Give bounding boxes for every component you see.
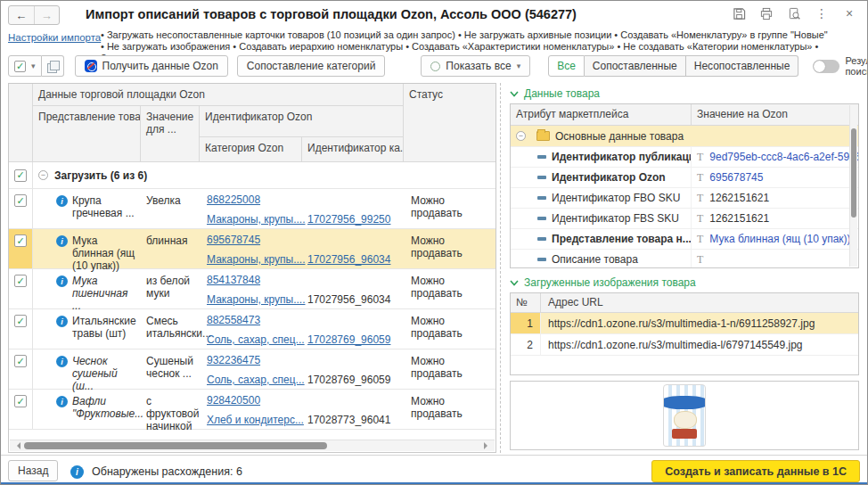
attribute-row[interactable]: Идентификатор публикации T9ed795eb-ccc8-…: [511, 147, 858, 168]
collapse-icon[interactable]: −: [38, 170, 48, 180]
category-link[interactable]: Макароны, крупы....: [207, 253, 307, 266]
attribute-row[interactable]: Представление товара н... TМука блинная …: [511, 229, 858, 250]
marketplace-data-header: Данные торговой площадки Ozon: [33, 84, 404, 106]
attribute-group-row[interactable]: − Основные данные товара: [511, 126, 858, 147]
print-icon[interactable]: [759, 6, 774, 21]
category-id-link[interactable]: 17027956_96034: [307, 253, 390, 266]
info-icon[interactable]: i: [56, 195, 68, 207]
product-id-link[interactable]: 854137848: [207, 274, 260, 286]
product-id-link[interactable]: 882558473: [207, 314, 260, 326]
attribute-value: 1262151621: [709, 212, 769, 225]
category-link[interactable]: Соль, сахар, спец...: [207, 333, 307, 346]
category-link[interactable]: Хлеб и кондитерс...: [207, 414, 307, 426]
set-flags-button[interactable]: ✓ ▾: [8, 55, 42, 77]
back-button[interactable]: Назад: [8, 460, 58, 481]
vertical-scrollbar[interactable]: [849, 105, 857, 267]
save-icon[interactable]: [732, 6, 746, 21]
attribute-row[interactable]: Идентификатор Ozon T695678745: [511, 168, 858, 188]
category-id-column-header: Идентификатор ка...: [302, 137, 404, 162]
category-mapping-button[interactable]: Сопоставление категорий: [237, 55, 386, 77]
info-icon[interactable]: i: [56, 356, 68, 367]
product-data-section-header[interactable]: Данные товара: [510, 87, 862, 100]
group-row-load[interactable]: ✓ − Загрузить (6 из 6): [9, 162, 495, 189]
show-all-dropdown[interactable]: Показать все ▾: [421, 55, 530, 77]
attribute-value: Мука блинная (ящ (10 упак)): [709, 233, 850, 245]
status-column-header: Статус: [404, 84, 495, 162]
forward-arrow-icon[interactable]: →: [34, 6, 60, 24]
products-table: Данные торговой площадки Ozon Статус Пре…: [8, 83, 496, 453]
info-icon[interactable]: i: [56, 235, 68, 247]
selection-buttons: ✓ ▾: [8, 55, 64, 77]
import-settings-link[interactable]: Настройки импорта: [8, 32, 101, 43]
collapse-icon[interactable]: −: [516, 131, 526, 141]
filter-matched-segment[interactable]: Сопоставленные: [585, 55, 686, 77]
url-column-header: Адрес URL: [541, 293, 858, 312]
attribute-name: Представление товара н...: [552, 233, 692, 245]
invert-flags-button[interactable]: [42, 55, 64, 77]
back-button-label: Назад: [18, 464, 48, 477]
table-row[interactable]: ✓ iЧеснок сушеный (ш... Сушеный чеснок .…: [9, 349, 495, 390]
attribute-row[interactable]: Идентификатор FBO SKU T1262151621: [511, 188, 858, 209]
category-link[interactable]: Соль, сахар, спец...: [207, 374, 307, 386]
table-row[interactable]: ✓ iКрупа гречневая ... Увелка 868225008 …: [9, 189, 495, 229]
text-type-icon: T: [697, 233, 703, 246]
status-cell: Можно продавать: [404, 229, 495, 268]
images-section-header[interactable]: Загруженные изображения товара: [510, 276, 862, 289]
table-row[interactable]: ✓ iИтальянские травы (шт) Смесь итальянс…: [9, 309, 495, 349]
table-row[interactable]: ✓ iМука пшеничная ... из белой муки 8541…: [9, 269, 495, 309]
info-icon[interactable]: i: [56, 316, 68, 327]
search-results-toggle[interactable]: [813, 60, 839, 73]
row-checkbox[interactable]: ✓: [14, 315, 27, 327]
print-preview-icon[interactable]: [787, 6, 801, 21]
toggle-knob: [814, 61, 825, 72]
row-checkbox[interactable]: ✓: [14, 395, 27, 407]
row-checkbox[interactable]: ✓: [14, 194, 27, 207]
window-icons: ⋮ ×: [732, 6, 856, 21]
get-ozon-data-button[interactable]: Получить данные Ozon: [75, 55, 228, 77]
filter-all-segment[interactable]: Все: [548, 55, 585, 77]
horizontal-scrollbar[interactable]: [10, 440, 495, 451]
image-row[interactable]: 2 https://cdn1.ozone.ru/s3/multimedia-l/…: [511, 334, 858, 356]
more-menu-icon[interactable]: ⋮: [815, 6, 829, 21]
text-type-icon: T: [697, 151, 703, 164]
filter-unmatched-segment[interactable]: Несопоставленные: [686, 55, 799, 77]
category-link[interactable]: Макароны, крупы....: [207, 293, 307, 306]
table-row[interactable]: ✓ iВафли "Фруктовые... с фруктовой начин…: [9, 390, 495, 430]
get-ozon-data-label: Получить данные Ozon: [102, 60, 218, 72]
category-link[interactable]: Макароны, крупы....: [207, 213, 307, 226]
save-to-1c-button[interactable]: Создать и записать данные в 1С: [651, 460, 860, 482]
info-icon[interactable]: i: [56, 275, 68, 287]
image-row-current[interactable]: 1 https://cdn1.ozone.ru/s3/multimedia-1-…: [511, 313, 858, 334]
attribute-value: 1262151621: [709, 192, 769, 204]
product-id-link[interactable]: 928420500: [207, 394, 260, 407]
table-row-current[interactable]: ✓ iМука блинная (ящ (10 упак)) блинная 6…: [9, 229, 495, 269]
attribute-name: Идентификатор публикации: [552, 151, 692, 163]
row-checkbox[interactable]: ✓: [14, 355, 27, 367]
attribute-row[interactable]: Идентификатор FBS SKU T1262151621: [511, 209, 858, 229]
group-checkbox[interactable]: ✓: [14, 169, 27, 182]
category-id-link[interactable]: 17028769_96059: [307, 333, 390, 346]
product-id-link[interactable]: 932236475: [207, 354, 260, 366]
close-icon[interactable]: ×: [842, 6, 856, 21]
attribute-bullet-icon: [537, 196, 546, 200]
row-checkbox[interactable]: ✓: [14, 234, 27, 247]
info-icon[interactable]: i: [56, 396, 68, 407]
product-id-link[interactable]: 695678745: [207, 234, 260, 246]
settings-line-1: • Загружать несопоставленные карточки то…: [101, 29, 860, 41]
scroll-right-icon[interactable]: [484, 442, 491, 449]
attribute-bullet-icon: [537, 258, 546, 261]
product-id-link[interactable]: 868225008: [207, 193, 260, 206]
row-checkbox[interactable]: ✓: [14, 275, 27, 287]
back-arrow-icon[interactable]: ←: [9, 6, 34, 24]
scroll-left-icon[interactable]: [13, 442, 20, 449]
text-type-icon: T: [697, 253, 703, 267]
attribute-name: Идентификатор Ozon: [552, 171, 666, 184]
title-bar: ← → Импорт описаний товаров с торговой п…: [1, 1, 867, 28]
folder-icon: [536, 131, 550, 141]
scrollbar-thumb[interactable]: [851, 128, 856, 218]
product-image-footer: [672, 429, 697, 439]
category-id-link[interactable]: 17027956_99250: [307, 213, 390, 226]
attribute-row[interactable]: Описание товара T: [511, 250, 858, 268]
scrollbar-thumb[interactable]: [24, 442, 327, 449]
app-window: ← → Импорт описаний товаров с торговой п…: [0, 0, 868, 485]
